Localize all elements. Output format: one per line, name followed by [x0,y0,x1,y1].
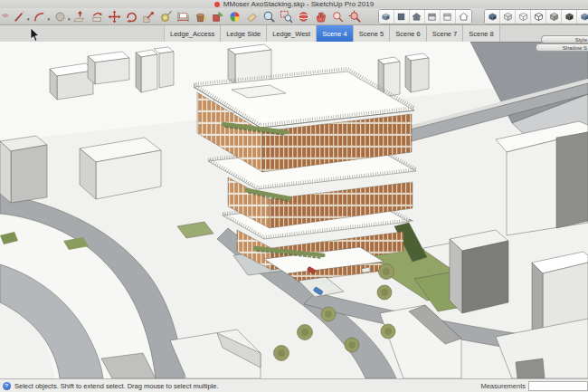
status-bar: ? Select objects. Shift to extend select… [0,378,588,392]
scene-tab-scene-5[interactable]: Scene 5 [354,25,391,42]
shapes-tool-icon[interactable] [2,9,9,24]
scene-tab-scene-4[interactable]: Scene 4 [317,25,354,42]
scene-tab-bar: Ledge_AccessLedge SideLedge_WestScene 4S… [0,25,588,43]
style-monochrome-button[interactable] [577,10,588,24]
tray-shadow-settings-label: Shadow S [563,45,587,51]
model-scene [0,42,588,378]
color-wheel-icon[interactable] [228,9,242,24]
follow-me-tool-icon[interactable] [90,9,105,24]
zoom-region-tool-icon[interactable] [331,9,346,24]
view-home-button[interactable] [456,10,471,24]
paint-bucket-tool-icon[interactable] [194,9,208,24]
dimension-tool-icon[interactable] [176,9,191,24]
scene-tab-ledge-west[interactable]: Ledge_West [267,25,317,42]
tray-styles[interactable]: Style [541,35,588,43]
toolbar: ▾ ▾ ▾ [0,8,588,25]
circle-tool-icon[interactable] [52,9,67,24]
measurements-input[interactable] [528,381,588,391]
arc-tool-icon[interactable] [33,9,47,24]
scene-tabs: Ledge_AccessLedge SideLedge_WestScene 4S… [165,25,500,42]
rotate-tool-icon[interactable] [125,9,139,24]
style-shaded-button[interactable] [546,10,562,24]
zoom-tool-icon[interactable] [262,9,277,24]
model-viewport[interactable] [0,42,588,378]
tray-styles-label: Style [575,37,587,43]
line-tool-icon[interactable] [12,9,26,24]
view-top-button[interactable] [394,10,410,24]
move-tool-icon[interactable] [108,9,122,24]
view-iso-button[interactable] [379,10,394,24]
scene-tab-scene-6[interactable]: Scene 6 [390,25,427,42]
view-back-button[interactable] [441,10,456,24]
style-hidden-line-button[interactable] [531,10,546,24]
arc-dropdown-icon[interactable]: ▾ [48,16,51,22]
tape-measure-tool-icon[interactable] [159,9,174,24]
window-title: MMoser AxoStacking.skp - SketchUp Pro 20… [223,0,374,8]
views-toolbar [378,9,472,24]
orbit-tool-icon[interactable] [297,9,311,24]
style-back-edges-button[interactable] [500,10,516,24]
pan-tool-icon[interactable] [314,9,328,24]
sketchup-window: MMoser AxoStacking.skp - SketchUp Pro 20… [0,0,588,392]
style-textured-button[interactable] [562,10,577,24]
view-front-button[interactable] [410,10,425,24]
title-bar: MMoser AxoStacking.skp - SketchUp Pro 20… [0,0,588,8]
style-wireframe-button[interactable] [516,10,531,24]
style-xray-button[interactable] [485,10,500,24]
push-pull-tool-icon[interactable] [73,9,88,24]
scale-tool-icon[interactable] [142,9,156,24]
view-right-button[interactable] [425,10,441,24]
styles-toolbar [484,9,588,24]
measurements-label: Measurements [480,382,526,390]
eraser-tool-icon[interactable] [245,9,260,24]
tray-shadow-settings[interactable]: Shadow S [536,43,588,52]
status-message: Select objects. Shift to extend select. … [14,382,219,390]
cursor-arrow [30,28,40,43]
scene-tab-ledge-access[interactable]: Ledge_Access [165,25,221,42]
tab-bar-spacer [0,25,165,42]
line-dropdown-icon[interactable]: ▾ [27,16,30,22]
circle-dropdown-icon[interactable]: ▾ [68,16,71,22]
help-icon[interactable]: ? [3,382,11,390]
zoom-window-tool-icon[interactable] [280,9,294,24]
zoom-extents-tool-icon[interactable] [348,9,363,24]
document-modified-icon [214,2,220,7]
section-plane-tool-icon[interactable] [211,9,225,24]
scene-tab-ledge-side[interactable]: Ledge Side [221,25,267,42]
scene-tab-scene-8[interactable]: Scene 8 [463,25,500,42]
scene-tab-scene-7[interactable]: Scene 7 [427,25,464,42]
